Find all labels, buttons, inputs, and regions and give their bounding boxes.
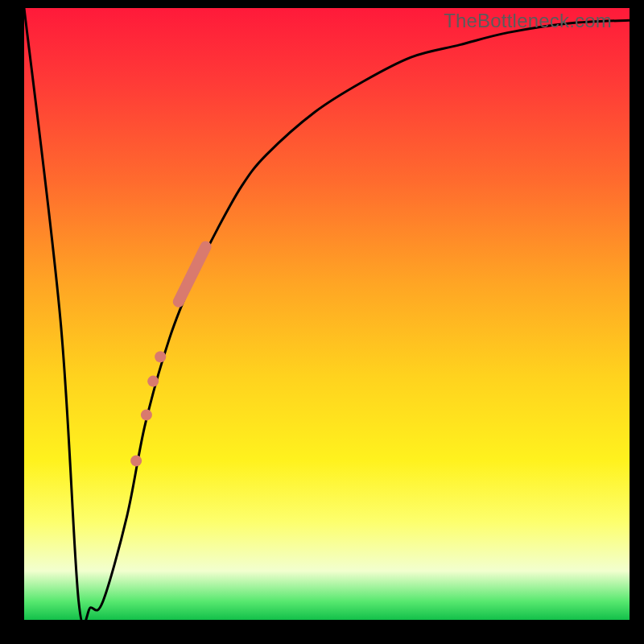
marker-layer: [130, 246, 205, 466]
chart-svg: [24, 8, 630, 620]
curve-path: [24, 8, 630, 620]
highlight-dot: [130, 455, 142, 466]
plot-area: [24, 8, 630, 620]
chart-frame: TheBottleneck.com: [0, 0, 644, 644]
highlight-dot: [147, 376, 159, 387]
highlight-dot: [155, 351, 166, 362]
highlight-segment: [179, 246, 206, 301]
watermark-text: TheBottleneck.com: [444, 10, 612, 32]
highlight-dot: [141, 409, 152, 420]
bottleneck-curve: [24, 8, 630, 620]
